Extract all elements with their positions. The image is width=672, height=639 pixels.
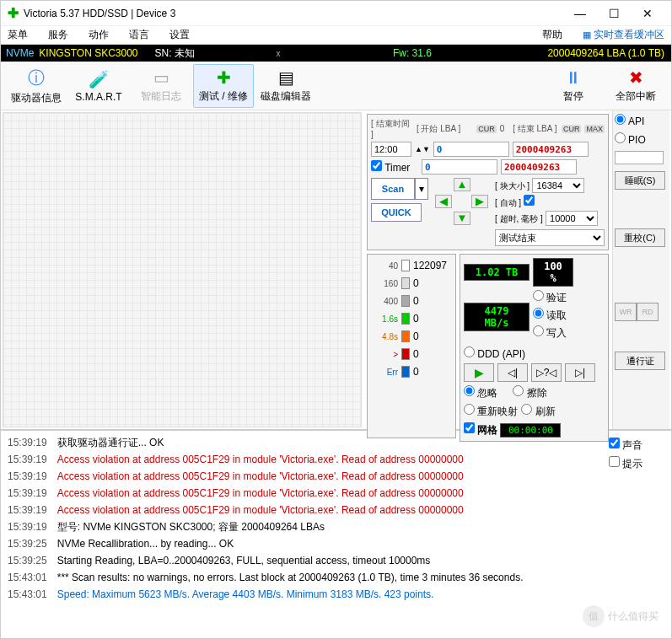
rd-button[interactable]: RD: [637, 303, 659, 321]
app-icon: ✚: [8, 5, 19, 21]
arrow-left[interactable]: ◀: [435, 195, 452, 208]
cur-lba-input[interactable]: [422, 159, 497, 175]
plus-icon: ✚: [217, 67, 231, 88]
side-panel: API PIO 睡眠(S) 重校(C) WRRD 通行证: [612, 110, 669, 429]
fw-label: Fw: 31.6: [284, 47, 541, 59]
seek-button[interactable]: ▷?◁: [531, 363, 562, 382]
close-button[interactable]: ✕: [631, 2, 664, 25]
menu-help[interactable]: 帮助: [542, 28, 562, 42]
timeout-select[interactable]: 10000: [546, 211, 598, 226]
auto-label: [ 自动 ]: [495, 197, 521, 209]
step-back-button[interactable]: ◁|: [497, 363, 528, 382]
step-fwd-button[interactable]: ▷|: [565, 363, 595, 382]
stop-all-button[interactable]: ✖全部中断: [605, 64, 666, 108]
log-icon: ▭: [153, 67, 169, 88]
wr-button[interactable]: WR: [615, 303, 637, 321]
log-side-options: 声音 提示: [605, 434, 664, 611]
scan-dropdown[interactable]: ▾: [415, 178, 428, 200]
log-row: 15:43:01Speed: Maximum 5623 MB/s. Averag…: [8, 586, 605, 603]
maximize-button[interactable]: ☐: [597, 2, 631, 25]
legend-count-1-6s: 0: [413, 313, 450, 325]
lba-label: 2000409264 LBA (1.0 TB): [540, 47, 671, 59]
stats-panel: 1.02 TB 100 % 4479 MB/s 验证 读取 写入 DDD (AP…: [460, 254, 609, 442]
menu-settings[interactable]: 设置: [169, 28, 190, 42]
legend-count-err: 0: [413, 366, 450, 378]
ddd-radio[interactable]: [464, 346, 475, 357]
test-status-select[interactable]: 测试结束: [495, 229, 605, 246]
pause-icon: ⏸: [565, 68, 582, 88]
quick-button[interactable]: QUICK: [371, 203, 422, 222]
start-lba-label: [ 开始 LBA ]: [417, 123, 473, 135]
start-lba-input[interactable]: [433, 142, 509, 157]
log-row: 15:39:25Starting Reading, LBA=0..2000409…: [8, 552, 605, 569]
log-list[interactable]: 15:39:19获取驱动器通行证... OK15:39:19Access vio…: [8, 434, 605, 611]
drive-info-button[interactable]: ⓘ驱动器信息: [6, 64, 67, 108]
verify-radio[interactable]: [533, 290, 544, 301]
scan-params: [ 结束时间 ] [ 开始 LBA ] CUR 0 [ 结束 LBA ] CUR…: [367, 114, 609, 250]
disk-editor-button[interactable]: ▤磁盘编辑器: [255, 64, 316, 108]
nav-arrows: ▲ ▼ ◀ ▶: [432, 178, 492, 225]
titlebar: ✚ Victoria 5.37 HDD/SSD | Device 3 — ☐ ✕: [1, 1, 671, 26]
pass-button[interactable]: 通行证: [615, 352, 665, 370]
speed-display: 4479 MB/s: [464, 303, 530, 331]
info-icon: ⓘ: [28, 67, 45, 89]
menu-action[interactable]: 动作: [89, 28, 109, 42]
sn-close-icon[interactable]: x: [273, 49, 284, 58]
sleep-button[interactable]: 睡眠(S): [615, 171, 665, 190]
minimize-button[interactable]: —: [563, 2, 597, 25]
end-time-input[interactable]: [371, 142, 411, 157]
arrow-up[interactable]: ▲: [454, 178, 470, 191]
grid-checkbox[interactable]: [464, 422, 475, 433]
end-lba-input[interactable]: [513, 142, 589, 157]
stop-icon: ✖: [629, 67, 643, 88]
menu-service[interactable]: 服务: [48, 28, 68, 42]
model-label: KINGSTON SKC3000: [39, 47, 154, 59]
menu-language[interactable]: 语言: [129, 28, 149, 42]
timeout-label: [ 超时, 毫秒 ]: [495, 213, 543, 225]
log-row: 15:39:19型号: NVMe KINGSTON SKC3000; 容量 20…: [8, 518, 605, 535]
log-row: 15:43:01*** Scan results: no warnings, n…: [8, 569, 605, 586]
surface-map[interactable]: [3, 112, 362, 427]
pause-button[interactable]: ⏸暂停: [543, 64, 604, 108]
blocksize-select[interactable]: 16384: [532, 178, 584, 193]
smart-log-button[interactable]: ▭智能日志: [131, 64, 191, 108]
pct-display: 100 %: [533, 258, 573, 287]
scan-button[interactable]: Scan: [371, 178, 415, 200]
blocksize-label: [ 块大小 ]: [495, 180, 530, 192]
log-panel: 15:39:19获取驱动器通行证... OK15:39:19Access vio…: [1, 429, 671, 615]
log-row: 15:39:19获取驱动器通行证... OK: [8, 434, 605, 451]
hint-checkbox[interactable]: [609, 456, 620, 467]
pio-radio[interactable]: [615, 132, 626, 143]
recal-button[interactable]: 重校(C): [615, 228, 665, 247]
smart-button[interactable]: 🧪S.M.A.R.T: [68, 64, 129, 108]
timer-checkbox[interactable]: [371, 160, 382, 171]
api-radio[interactable]: [615, 114, 626, 125]
menu-main[interactable]: 菜单: [8, 28, 28, 42]
log-row: 15:39:19Access violation at address 005C…: [8, 485, 605, 502]
end-time-label: [ 结束时间 ]: [371, 118, 413, 139]
cur-badge2[interactable]: CUR: [562, 125, 582, 133]
write-radio[interactable]: [533, 325, 544, 336]
end-lba2-input[interactable]: [501, 159, 577, 175]
auto-checkbox[interactable]: [524, 195, 535, 206]
max-badge[interactable]: MAX: [584, 125, 605, 133]
latency-legend: 40122097 1600 4000 1.6s0 4.8s0 >0 Err0: [367, 254, 456, 438]
arrow-right[interactable]: ▶: [471, 195, 488, 208]
realtime-buffer-link[interactable]: ▦ 实时查看缓冲区: [583, 28, 664, 42]
remap-radio[interactable]: [464, 404, 475, 415]
refresh-radio[interactable]: [521, 404, 532, 415]
read-radio[interactable]: [533, 308, 544, 319]
erase-radio[interactable]: [513, 385, 524, 396]
legend-count-160: 0: [413, 277, 450, 289]
sound-checkbox[interactable]: [609, 438, 620, 448]
cur-badge[interactable]: CUR: [476, 125, 497, 133]
test-repair-button[interactable]: ✚测试 / 维修: [193, 64, 254, 108]
arrow-down[interactable]: ▼: [454, 212, 470, 225]
device-bar: NVMe KINGSTON SKC3000 SN: 未知 x Fw: 31.6 …: [1, 45, 671, 62]
io-input[interactable]: [615, 151, 664, 164]
bus-label: NVMe: [1, 47, 39, 59]
play-button[interactable]: ▶: [464, 363, 494, 382]
ignore-radio[interactable]: [464, 385, 475, 396]
size-display: 1.02 TB: [464, 264, 530, 281]
sn-label: SN: 未知: [155, 46, 273, 61]
